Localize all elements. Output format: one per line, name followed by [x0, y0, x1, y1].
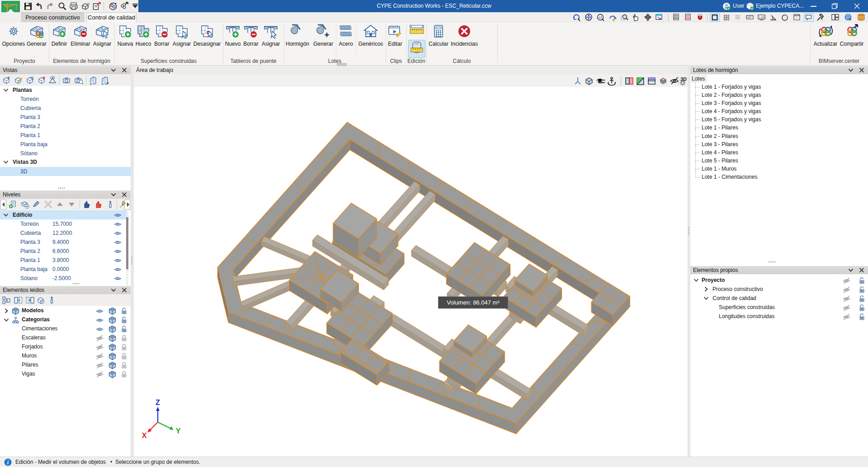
svg-text:DWG: DWG: [674, 17, 679, 19]
svg-text:1.00: 1.00: [759, 16, 764, 19]
svg-text:Y: Y: [176, 427, 181, 435]
svg-text:X: X: [142, 432, 147, 439]
svg-text:x2: x2: [599, 15, 603, 19]
svg-text:Z: Z: [156, 399, 160, 406]
svg-text:DXF: DXF: [686, 15, 690, 17]
